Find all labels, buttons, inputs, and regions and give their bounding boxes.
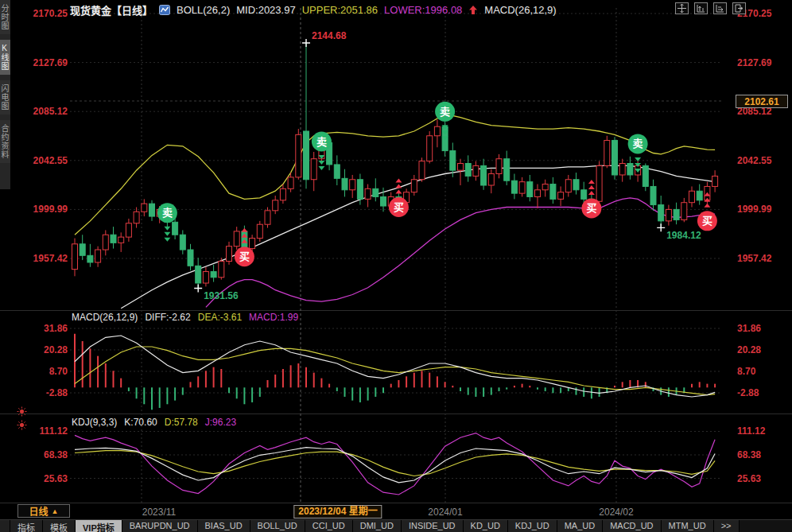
boll-mid-line — [121, 165, 715, 308]
axis-label: 25.63 — [737, 473, 761, 484]
tab-DMI_UD[interactable]: DMI_UD — [353, 520, 402, 532]
kdj-d-value: D:57.78 — [165, 417, 198, 428]
sidebar-item-合约资料[interactable]: 合约资料 — [0, 120, 10, 163]
axis-label: 20.28 — [737, 344, 761, 355]
axis-label: 2042.55 — [33, 155, 68, 166]
tab-KD_UD[interactable]: KD_UD — [464, 520, 508, 532]
candles — [72, 43, 718, 288]
boll-lower-line — [206, 198, 715, 308]
time-axis-label: 2024/02 — [599, 507, 633, 518]
boll-lower-value: LOWER:1996.08 — [384, 4, 462, 16]
kdj-pane-sun-icon[interactable] — [17, 419, 27, 433]
axis-label: 2085.12 — [33, 106, 68, 117]
axis-label: -2.88 — [737, 387, 759, 398]
axis-label: 2042.55 — [737, 155, 771, 166]
macd-pane-sun-icon[interactable] — [17, 406, 27, 420]
axis-label: 1957.42 — [33, 253, 68, 264]
axis-label: 8.70 — [737, 366, 755, 377]
tab-BARUPDN_UD[interactable]: BARUPDN_UD — [122, 520, 198, 532]
zoom-vertical-button[interactable] — [694, 2, 708, 14]
sidebar-item-闪电图[interactable]: 闪电图 — [0, 80, 10, 115]
sidebar-item-K线图[interactable]: K线图 — [0, 40, 10, 75]
axis-label: 8.70 — [49, 366, 68, 377]
axis-label: 1999.99 — [33, 204, 68, 215]
macd-macd-value: MACD:1.99 — [249, 312, 298, 323]
axis-label: -2.88 — [46, 387, 68, 398]
period-arrow-icon: ▲ — [52, 507, 59, 515]
axis-label: 1957.42 — [737, 253, 771, 264]
chart-toolbar — [675, 2, 746, 14]
svg-text:2144.68: 2144.68 — [312, 30, 347, 41]
axis-label: 2127.69 — [33, 57, 68, 68]
tab-INSIDE_UD[interactable]: INSIDE_UD — [402, 520, 464, 532]
crosshair-tool-button[interactable] — [675, 2, 689, 14]
kdj-j-value: J:96.23 — [205, 417, 236, 428]
macd-label: MACD(26,12,9) — [484, 4, 556, 16]
axis-label: 111.12 — [40, 425, 68, 437]
chart-type-sidebar: 分时图K线图闪电图合约资料 — [0, 0, 10, 189]
kdj-pane-header: KDJ(9,3,3) K:70.60 D:57.78 J:96.23 — [72, 417, 236, 428]
tab-MACD_UD[interactable]: MACD_UD — [603, 520, 661, 532]
period-selector[interactable]: 日线 ▲ — [17, 504, 70, 518]
svg-text:卖: 卖 — [633, 138, 643, 150]
tab-模板[interactable]: 模板 — [43, 520, 76, 532]
tab-MA_UD[interactable]: MA_UD — [557, 520, 604, 532]
svg-text:买: 买 — [394, 201, 404, 213]
macd-dea-value: DEA:-3.61 — [198, 312, 242, 323]
svg-text:1984.12: 1984.12 — [666, 230, 701, 241]
macd-diff-value: DIFF:-2.62 — [145, 312, 190, 323]
dea-line — [75, 347, 715, 395]
tabs-overflow-button[interactable]: >> — [714, 520, 740, 532]
kdj-k-value: K:70.60 — [124, 417, 157, 428]
tab-KDJ_UD[interactable]: KDJ_UD — [508, 520, 557, 532]
boll-upper-value: UPPER:2051.86 — [302, 4, 378, 16]
line-chart-icon — [159, 5, 170, 15]
tab-VIP指标[interactable]: VIP指标 — [76, 520, 122, 532]
axis-label: 111.12 — [737, 425, 765, 437]
grid — [0, 8, 792, 503]
time-axis-label: 2024/01 — [428, 507, 462, 518]
tab-CCI_UD[interactable]: CCI_UD — [305, 520, 353, 532]
svg-text:1931.56: 1931.56 — [204, 290, 239, 301]
axis-label: 68.38 — [737, 449, 761, 460]
j-line — [75, 433, 715, 495]
svg-text:买: 买 — [702, 215, 712, 227]
boll-mid-value: MID:2023.97 — [236, 4, 295, 16]
svg-text:买: 买 — [586, 202, 596, 214]
svg-text:卖: 卖 — [440, 106, 450, 118]
crosshair — [70, 8, 722, 503]
tab-MTM_UD[interactable]: MTM_UD — [662, 520, 714, 532]
tab-指标[interactable]: 指标 — [10, 520, 43, 532]
symbol-title: 现货黄金【日线】 — [70, 2, 153, 17]
period-label: 日线 — [29, 504, 49, 518]
pane-settings-button[interactable] — [732, 2, 746, 14]
crosshair-price-tag: 2102.61 — [736, 95, 788, 108]
crosshair-date-tag: 2023/12/04 星期一 — [293, 505, 382, 518]
macd-name: MACD(26,12,9) — [72, 312, 138, 323]
sidebar-item-分时图[interactable]: 分时图 — [0, 0, 10, 34]
axis-label: 31.86 — [44, 323, 68, 334]
svg-text:卖: 卖 — [316, 136, 327, 148]
zoom-horizontal-button[interactable] — [713, 2, 727, 14]
tab-BOLL_UD[interactable]: BOLL_UD — [250, 520, 305, 532]
svg-text:买: 买 — [239, 250, 250, 262]
axis-label: 31.86 — [737, 323, 761, 334]
axis-label: 68.38 — [44, 449, 68, 460]
time-axis-label: 2023/11 — [142, 507, 177, 518]
boll-label: BOLL(26,2) — [177, 4, 230, 16]
indicator-tab-bar: 指标模板VIP指标BARUPDN_UDBIAS_UDBOLL_UDCCI_UDD… — [0, 519, 792, 532]
axis-label: 20.28 — [44, 344, 68, 355]
diff-line — [75, 336, 715, 397]
svg-text:卖: 卖 — [162, 207, 173, 219]
tab-BIAS_UD[interactable]: BIAS_UD — [198, 520, 250, 532]
axis-label: 25.63 — [44, 473, 68, 484]
axis-label: 2127.69 — [737, 57, 771, 68]
tab-bar-spacer — [0, 520, 10, 532]
kdj-name: KDJ(9,3,3) — [72, 417, 117, 428]
trading-app-window: { "header": { "title": "现货黄金【日线】", "boll… — [0, 0, 792, 532]
chart-header: 现货黄金【日线】 BOLL(26,2) MID:2023.97 UPPER:20… — [70, 2, 557, 17]
kdj-pane — [75, 433, 715, 495]
macd-pane-header: MACD(26,12,9) DIFF:-2.62 DEA:-3.61 MACD:… — [72, 312, 298, 323]
k-line — [75, 448, 715, 483]
chart-canvas[interactable]: 2144.681931.561984.12卖买卖买卖买卖买 — [0, 0, 792, 532]
